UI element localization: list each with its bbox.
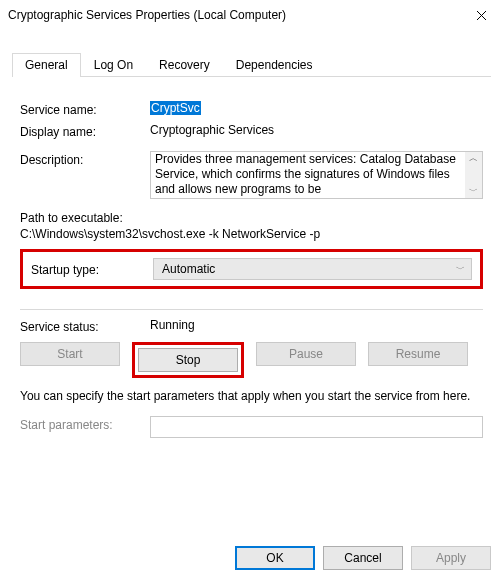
- startup-type-value: Automatic: [162, 262, 215, 276]
- path-row: Path to executable: C:\Windows\system32\…: [20, 211, 483, 241]
- divider: [20, 309, 483, 310]
- service-name-text: CryptSvc: [150, 101, 201, 115]
- path-value: C:\Windows\system32\svchost.exe -k Netwo…: [20, 227, 483, 241]
- window-title: Cryptographic Services Properties (Local…: [8, 8, 286, 22]
- service-buttons-row: Start Stop Pause Resume: [20, 342, 483, 378]
- ok-button[interactable]: OK: [235, 546, 315, 570]
- description-box: Provides three management services: Cata…: [150, 151, 483, 199]
- tabstrip: General Log On Recovery Dependencies: [12, 52, 491, 77]
- start-button: Start: [20, 342, 120, 366]
- tab-log-on[interactable]: Log On: [81, 53, 146, 77]
- tab-panel-general: Service name: CryptSvc Display name: Cry…: [12, 87, 491, 438]
- close-icon: [476, 10, 487, 21]
- service-name-row: Service name: CryptSvc: [20, 101, 483, 117]
- titlebar: Cryptographic Services Properties (Local…: [0, 0, 503, 30]
- display-name-row: Display name: Cryptographic Services: [20, 123, 483, 139]
- cancel-button[interactable]: Cancel: [323, 546, 403, 570]
- display-name-label: Display name:: [20, 123, 150, 139]
- service-status-value: Running: [150, 318, 483, 332]
- resume-button: Resume: [368, 342, 468, 366]
- service-status-row: Service status: Running: [20, 318, 483, 334]
- description-row: Description: Provides three management s…: [20, 151, 483, 199]
- tab-general[interactable]: General: [12, 53, 81, 77]
- dialog-footer: OK Cancel Apply: [235, 546, 491, 570]
- description-scrollbar[interactable]: ︿ ﹀: [465, 152, 482, 198]
- chevron-up-icon: ︿: [469, 152, 478, 165]
- chevron-down-icon: ﹀: [469, 185, 478, 198]
- pause-button: Pause: [256, 342, 356, 366]
- display-name-value: Cryptographic Services: [150, 123, 483, 137]
- service-name-value: CryptSvc: [150, 101, 483, 115]
- description-text: Provides three management services: Cata…: [151, 152, 465, 198]
- startup-type-highlight: Startup type: Automatic ﹀: [20, 249, 483, 289]
- path-label: Path to executable:: [20, 211, 483, 225]
- stop-button[interactable]: Stop: [138, 348, 238, 372]
- tab-dependencies[interactable]: Dependencies: [223, 53, 326, 77]
- start-params-input: [150, 416, 483, 438]
- start-params-row: Start parameters:: [20, 416, 483, 438]
- chevron-down-icon: ﹀: [456, 263, 465, 276]
- apply-button: Apply: [411, 546, 491, 570]
- description-label: Description:: [20, 151, 150, 167]
- service-name-label: Service name:: [20, 101, 150, 117]
- close-button[interactable]: [469, 3, 493, 27]
- stop-highlight: Stop: [132, 342, 244, 378]
- service-status-label: Service status:: [20, 318, 150, 334]
- start-params-label: Start parameters:: [20, 416, 150, 432]
- tab-recovery[interactable]: Recovery: [146, 53, 223, 77]
- startup-type-label: Startup type:: [31, 261, 153, 277]
- start-params-note: You can specify the start parameters tha…: [20, 388, 483, 404]
- startup-type-combo[interactable]: Automatic ﹀: [153, 258, 472, 280]
